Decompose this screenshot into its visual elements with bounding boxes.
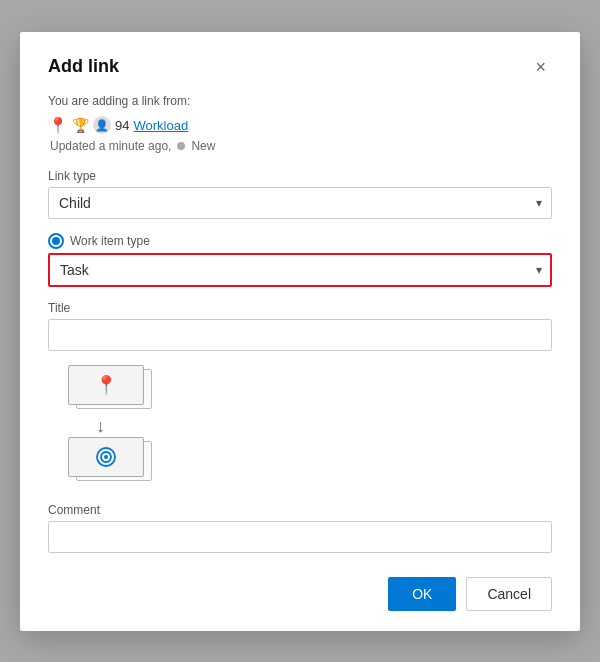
dialog-footer: OK Cancel	[48, 573, 552, 611]
comment-section: Comment	[48, 503, 552, 553]
pin-icon: 📍	[48, 116, 68, 135]
diagram-pin-icon: 📍	[95, 374, 117, 396]
box-front: 📍	[68, 365, 144, 405]
status-dot-icon	[177, 142, 185, 150]
work-item-type-row: Work item type	[48, 233, 552, 249]
dialog-subtitle: You are adding a link from:	[48, 94, 552, 108]
dialog-overlay: Add link × You are adding a link from: 📍…	[0, 0, 600, 662]
link-type-select[interactable]: Child Parent Related Duplicate	[48, 187, 552, 219]
link-type-label: Link type	[48, 169, 552, 183]
diagram-area: 📍 ↓	[64, 365, 552, 487]
stacked-boxes-bottom	[68, 437, 158, 487]
work-item-reference: 📍 🏆 👤 94 Workload	[48, 116, 552, 135]
task-target-icon	[94, 445, 118, 469]
link-type-wrapper: Child Parent Related Duplicate ▾	[48, 187, 552, 219]
svg-point-2	[104, 455, 108, 459]
add-link-dialog: Add link × You are adding a link from: 📍…	[20, 32, 580, 631]
title-label: Title	[48, 301, 552, 315]
stacked-boxes-top: 📍	[68, 365, 158, 415]
box-front-bottom	[68, 437, 144, 477]
arrow-down-icon: ↓	[96, 417, 105, 435]
dialog-title: Add link	[48, 56, 119, 77]
title-input[interactable]	[48, 319, 552, 351]
cancel-button[interactable]: Cancel	[466, 577, 552, 611]
work-item-type-wrapper: Task Bug User Story Feature Epic ▾	[48, 253, 552, 287]
ok-button[interactable]: OK	[388, 577, 456, 611]
work-item-meta: Updated a minute ago, New	[50, 139, 552, 153]
work-item-id: 94	[115, 118, 129, 133]
comment-label: Comment	[48, 503, 552, 517]
work-item-updated: Updated a minute ago,	[50, 139, 171, 153]
work-item-type-select[interactable]: Task Bug User Story Feature Epic	[48, 253, 552, 287]
close-button[interactable]: ×	[529, 56, 552, 78]
trophy-icon: 🏆	[72, 117, 89, 133]
work-item-status: New	[191, 139, 215, 153]
work-item-name[interactable]: Workload	[133, 118, 188, 133]
comment-input[interactable]	[48, 521, 552, 553]
title-section: Title	[48, 301, 552, 351]
work-item-type-label: Work item type	[70, 234, 150, 248]
diagram-bottom-box	[64, 437, 158, 487]
avatar-icon: 👤	[93, 116, 111, 134]
radio-icon	[48, 233, 64, 249]
diagram-top-box: 📍	[64, 365, 158, 415]
radio-icon-inner	[52, 237, 60, 245]
dialog-header: Add link ×	[48, 56, 552, 78]
